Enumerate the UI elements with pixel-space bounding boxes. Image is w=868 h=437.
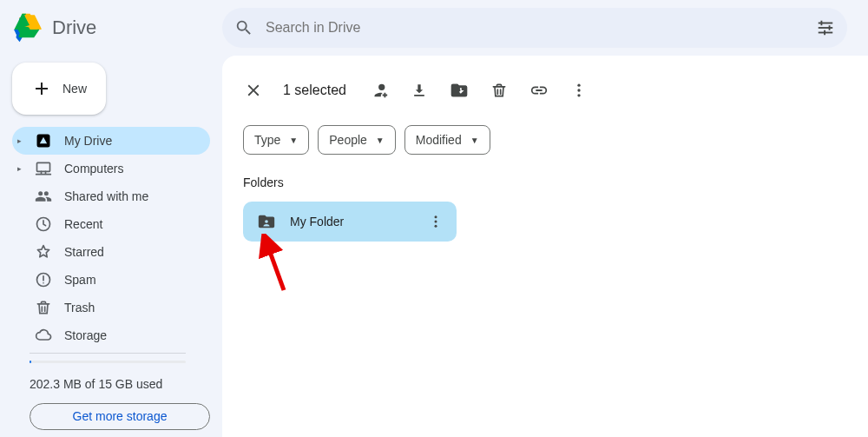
sidebar-item-recent[interactable]: Recent bbox=[12, 210, 210, 238]
svg-rect-11 bbox=[824, 30, 825, 36]
svg-rect-13 bbox=[37, 162, 50, 171]
storage-used-text: 202.3 MB of 15 GB used bbox=[12, 377, 210, 391]
sidebar-item-label: Spam bbox=[64, 273, 96, 287]
svg-point-19 bbox=[577, 94, 580, 96]
sidebar-item-label: Storage bbox=[64, 328, 107, 342]
recent-icon bbox=[35, 215, 52, 233]
computers-icon bbox=[35, 160, 52, 177]
sidebar-item-label: My Drive bbox=[64, 134, 112, 148]
svg-point-17 bbox=[577, 84, 580, 87]
chevron-down-icon: ▼ bbox=[470, 136, 479, 145]
close-icon[interactable] bbox=[243, 80, 264, 101]
delete-icon[interactable] bbox=[489, 80, 510, 101]
sidebar-item-label: Recent bbox=[64, 217, 102, 231]
search-options-icon[interactable] bbox=[816, 18, 835, 37]
svg-point-20 bbox=[265, 220, 268, 223]
chip-label: People bbox=[329, 133, 367, 147]
svg-rect-7 bbox=[819, 27, 833, 29]
sidebar-item-computers[interactable]: ▸ Computers bbox=[12, 155, 210, 182]
more-icon[interactable] bbox=[569, 80, 589, 101]
sidebar-item-storage[interactable]: Storage bbox=[12, 321, 210, 349]
expand-icon[interactable]: ▸ bbox=[17, 164, 22, 173]
new-button-label: New bbox=[62, 82, 87, 96]
svg-point-23 bbox=[435, 225, 437, 228]
filter-type[interactable]: Type▼ bbox=[243, 125, 309, 155]
search-bar[interactable] bbox=[222, 8, 847, 48]
sidebar-item-label: Shared with me bbox=[64, 189, 148, 203]
folder-item[interactable]: My Folder bbox=[243, 202, 457, 242]
chip-label: Modified bbox=[416, 133, 462, 147]
chip-label: Type bbox=[254, 133, 280, 147]
selected-count: 1 selected bbox=[283, 83, 346, 98]
chevron-down-icon: ▼ bbox=[376, 136, 385, 145]
star-icon bbox=[35, 243, 52, 261]
shared-icon bbox=[35, 188, 52, 205]
sidebar-item-label: Trash bbox=[64, 301, 95, 315]
cloud-icon bbox=[35, 327, 52, 344]
svg-point-21 bbox=[435, 215, 437, 218]
trash-icon bbox=[35, 299, 52, 316]
folder-more-icon[interactable] bbox=[424, 209, 448, 234]
filter-modified[interactable]: Modified▼ bbox=[404, 125, 490, 155]
shared-folder-icon bbox=[257, 212, 276, 231]
expand-icon[interactable]: ▸ bbox=[17, 136, 22, 145]
sidebar-item-shared[interactable]: Shared with me bbox=[12, 182, 210, 210]
filter-people[interactable]: People▼ bbox=[318, 125, 396, 155]
folder-name: My Folder bbox=[290, 215, 344, 228]
svg-rect-6 bbox=[819, 23, 833, 24]
spam-icon bbox=[35, 271, 52, 288]
app-logo[interactable]: Drive bbox=[14, 12, 222, 43]
storage-progress bbox=[30, 361, 186, 363]
app-name: Drive bbox=[52, 17, 96, 39]
svg-point-18 bbox=[577, 89, 580, 91]
new-button[interactable]: New bbox=[12, 63, 106, 115]
drive-home-icon bbox=[35, 132, 52, 149]
sidebar-item-trash[interactable]: Trash bbox=[12, 294, 210, 321]
divider bbox=[30, 353, 186, 354]
move-icon[interactable] bbox=[449, 80, 470, 101]
chevron-down-icon: ▼ bbox=[289, 136, 298, 145]
svg-point-16 bbox=[43, 282, 44, 284]
drive-icon bbox=[14, 12, 45, 43]
folders-heading: Folders bbox=[243, 175, 847, 189]
sidebar-item-starred[interactable]: Starred bbox=[12, 238, 210, 266]
sidebar-item-label: Starred bbox=[64, 245, 104, 259]
selection-toolbar: 1 selected bbox=[243, 73, 847, 108]
get-more-storage-button[interactable]: Get more storage bbox=[30, 403, 210, 430]
main-content: 1 selected Type▼ People▼ Modified bbox=[222, 56, 868, 437]
share-icon[interactable] bbox=[369, 80, 390, 101]
download-icon[interactable] bbox=[409, 80, 430, 101]
svg-rect-10 bbox=[829, 25, 831, 30]
search-icon bbox=[234, 18, 253, 37]
svg-point-22 bbox=[435, 221, 437, 223]
sidebar: New ▸ My Drive ▸ Computers S bbox=[0, 56, 222, 437]
sidebar-item-label: Computers bbox=[64, 162, 123, 175]
svg-rect-9 bbox=[821, 21, 823, 26]
filter-chips: Type▼ People▼ Modified▼ bbox=[243, 125, 847, 155]
sidebar-item-spam[interactable]: Spam bbox=[12, 266, 210, 294]
link-icon[interactable] bbox=[529, 80, 549, 101]
sidebar-item-my-drive[interactable]: ▸ My Drive bbox=[12, 127, 210, 155]
search-input[interactable] bbox=[253, 20, 816, 36]
plus-icon bbox=[31, 78, 52, 99]
